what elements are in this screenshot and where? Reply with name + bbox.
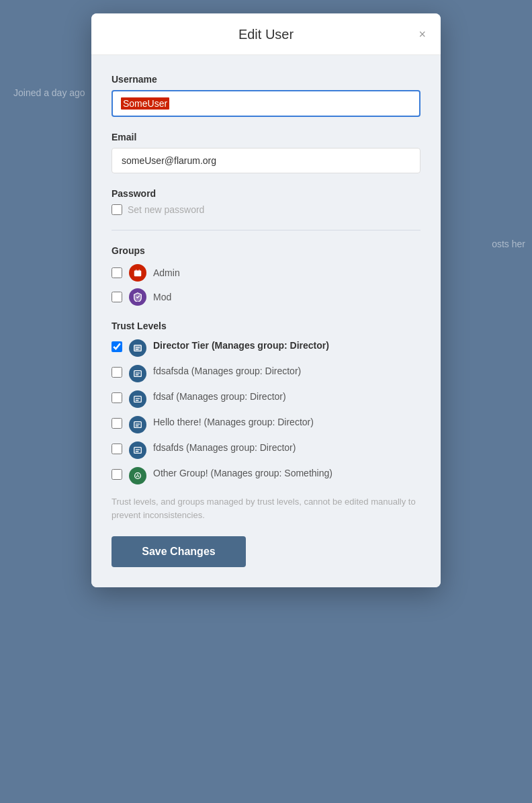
username-input[interactable] (112, 90, 420, 117)
svg-point-8 (137, 474, 138, 475)
edit-user-modal: Edit User × Username SomeUser Email (91, 13, 441, 587)
username-group: Username SomeUser (112, 74, 420, 117)
trust-level-2-label[interactable]: fdsaf (Manages group: Director) (153, 390, 286, 404)
group-admin-label[interactable]: Admin (153, 267, 180, 278)
divider-groups (112, 230, 420, 230)
svg-rect-4 (134, 396, 142, 403)
admin-badge-icon (129, 264, 146, 282)
groups-group: Groups Admin (112, 245, 420, 306)
group-admin-checkbox[interactable] (112, 267, 122, 278)
modal-body: Username SomeUser Email document.querySe… (91, 55, 441, 587)
trust-item-0: Director Tier (Manages group: Director) (112, 339, 420, 357)
set-password-label[interactable]: Set new password (128, 204, 204, 215)
group-item-mod: Mod (112, 288, 420, 306)
trust-level-2-badge (129, 390, 146, 408)
mod-badge-icon (129, 288, 146, 306)
modal-title: Edit User (238, 27, 294, 42)
groups-label: Groups (112, 245, 420, 256)
trust-level-4-checkbox[interactable] (112, 443, 122, 454)
trust-item-1: fdsafsda (Manages group: Director) (112, 365, 420, 382)
svg-rect-5 (134, 422, 142, 428)
group-item-admin: Admin (112, 264, 420, 282)
modal-backdrop: Edit User × Username SomeUser Email (0, 0, 532, 803)
svg-rect-3 (134, 371, 142, 377)
trust-level-3-checkbox[interactable] (112, 418, 122, 429)
trust-level-5-label[interactable]: Other Group! (Manages group: Something) (153, 467, 332, 480)
group-mod-checkbox[interactable] (112, 292, 122, 302)
save-changes-button[interactable]: Save Changes (112, 536, 246, 567)
password-group: Password Set new password (112, 188, 420, 215)
set-password-row: Set new password (112, 204, 420, 215)
trust-level-1-checkbox[interactable] (112, 367, 122, 378)
modal-header: Edit User × (91, 13, 441, 55)
trust-level-3-badge (129, 416, 146, 433)
trust-levels-label: Trust Levels (112, 321, 420, 331)
trust-level-0-badge (129, 339, 146, 357)
trust-level-4-badge (129, 441, 146, 459)
trust-item-5: Other Group! (Manages group: Something) (112, 467, 420, 484)
trust-level-4-label[interactable]: fdsafds (Manages group: Director) (153, 441, 296, 455)
set-password-checkbox[interactable] (112, 204, 122, 215)
svg-rect-6 (134, 448, 142, 454)
password-label: Password (112, 188, 420, 199)
email-label: Email (112, 132, 420, 142)
trust-levels-hint: Trust levels, and groups managed by trus… (112, 495, 420, 521)
trust-levels-group: Trust Levels Director Tier (Manages grou… (112, 321, 420, 521)
modal-close-button[interactable]: × (416, 26, 429, 43)
trust-level-5-checkbox[interactable] (112, 469, 122, 480)
email-group: Email document.querySelector('[data-name… (112, 132, 420, 173)
trust-item-2: fdsaf (Manages group: Director) (112, 390, 420, 408)
trust-level-1-badge (129, 365, 146, 382)
trust-level-2-checkbox[interactable] (112, 392, 122, 403)
trust-level-3-label[interactable]: Hello there! (Manages group: Director) (153, 416, 314, 429)
svg-rect-1 (134, 345, 142, 351)
trust-level-0-checkbox[interactable] (112, 341, 122, 352)
trust-level-0-label[interactable]: Director Tier (Manages group: Director) (153, 339, 329, 353)
email-input[interactable] (112, 148, 420, 173)
username-label: Username (112, 74, 420, 85)
trust-level-5-badge (129, 467, 146, 484)
trust-level-1-label[interactable]: fdsafsda (Manages group: Director) (153, 365, 301, 378)
trust-item-3: Hello there! (Manages group: Director) (112, 416, 420, 433)
trust-item-4: fdsafds (Manages group: Director) (112, 441, 420, 459)
group-mod-label[interactable]: Mod (153, 292, 171, 302)
